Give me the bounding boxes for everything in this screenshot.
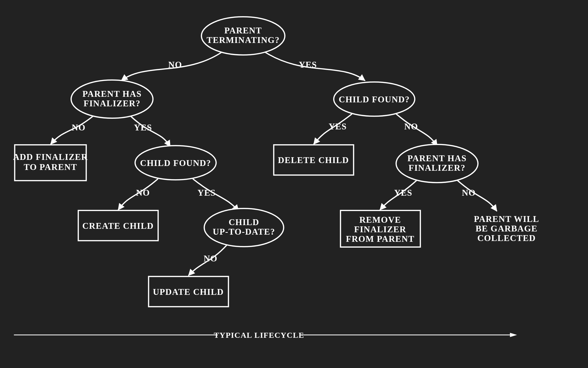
svg-text:CHILD FOUND?: CHILD FOUND? [140,158,211,168]
svg-text:PARENT HAS: PARENT HAS [82,89,142,99]
decision-parent-has-finalizer-left: PARENT HAS FINALIZER? [71,80,153,118]
svg-text:FINALIZER: FINALIZER [354,225,406,234]
process-update-child: UPDATE CHILD [149,277,229,307]
svg-text:FINALIZER?: FINALIZER? [409,163,466,173]
svg-text:BE GARBAGE: BE GARBAGE [475,224,537,233]
svg-text:PARENT HAS: PARENT HAS [407,154,467,163]
svg-text:COLLECTED: COLLECTED [477,233,536,243]
svg-text:TERMINATING?: TERMINATING? [207,35,280,45]
edge-rfound-right-label: NO [404,122,418,131]
svg-text:DELETE CHILD: DELETE CHILD [278,155,349,165]
decision-child-found-left: CHILD FOUND? [135,146,216,180]
decision-child-up-to-date: CHILD UP-TO-DATE? [204,208,284,247]
svg-text:CHILD: CHILD [229,217,259,227]
edge-rfound-left-label: YES [329,122,347,131]
process-add-finalizer: ADD FINALIZER TO PARENT [13,145,88,181]
edge-rfin-right-label: NO [462,188,476,198]
svg-text:CREATE CHILD: CREATE CHILD [82,221,154,231]
svg-text:UPDATE CHILD: UPDATE CHILD [153,287,224,297]
edge-lfin-left-label: NO [72,123,86,132]
edge-rfin-left-label: YES [394,188,412,198]
edge-lfound-left-label: NO [136,188,150,198]
process-remove-finalizer: REMOVE FINALIZER FROM PARENT [341,211,421,247]
edge-lutd-left-label: NO [204,254,218,263]
svg-text:UP-TO-DATE?: UP-TO-DATE? [213,227,275,236]
svg-text:PARENT WILL: PARENT WILL [474,214,539,224]
edge-lfound-right-label: YES [198,188,216,198]
svg-text:ADD FINALIZER: ADD FINALIZER [13,152,88,162]
svg-text:CHILD FOUND?: CHILD FOUND? [339,95,410,104]
svg-text:FINALIZER?: FINALIZER? [84,99,141,108]
terminal-garbage-collected: PARENT WILL BE GARBAGE COLLECTED [474,214,539,243]
svg-text:REMOVE: REMOVE [359,215,401,225]
edge-root-left-label: NO [168,60,182,69]
decision-parent-has-finalizer-right: PARENT HAS FINALIZER? [396,144,478,183]
process-create-child: CREATE CHILD [78,211,158,241]
svg-text:FROM PARENT: FROM PARENT [346,234,415,244]
process-delete-child: DELETE CHILD [274,145,354,175]
edge-root-right-label: YES [299,60,317,69]
edge-lfin-right-label: YES [134,123,152,132]
lifecycle-flowchart: NO YES NO YES YES NO NO YES YES NO NO PA… [0,0,588,368]
decision-child-found-right: CHILD FOUND? [334,82,415,116]
svg-text:PARENT: PARENT [224,26,262,35]
decision-root: PARENT TERMINATING? [202,17,285,55]
footer-lifecycle-arrow: TYPICAL LIFECYCLE [14,331,516,339]
svg-text:TO PARENT: TO PARENT [24,162,77,172]
svg-text:TYPICAL LIFECYCLE: TYPICAL LIFECYCLE [214,331,304,339]
